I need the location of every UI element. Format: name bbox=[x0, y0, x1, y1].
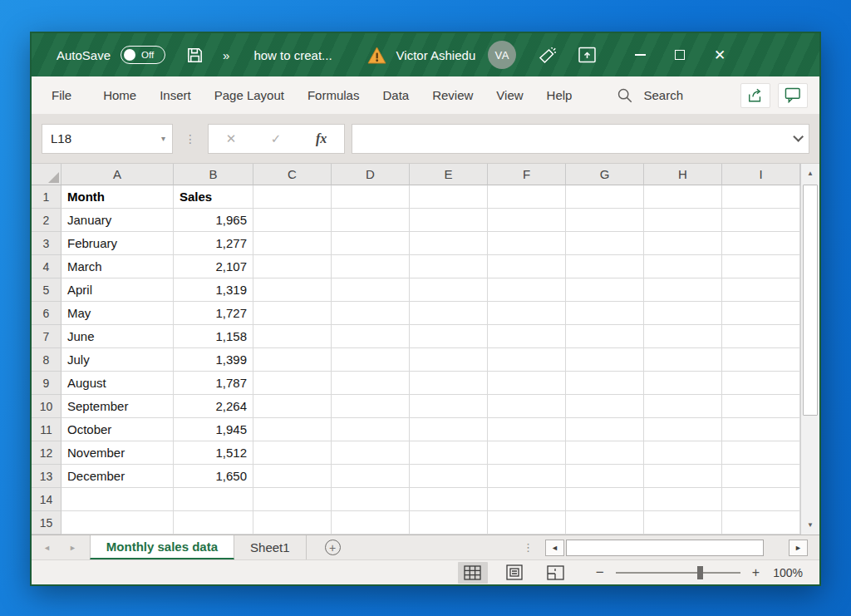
cell-H13[interactable] bbox=[644, 465, 722, 488]
cell-G4[interactable] bbox=[566, 255, 644, 278]
cell-B10[interactable]: 2,264 bbox=[174, 395, 253, 418]
cell-B3[interactable]: 1,277 bbox=[174, 232, 253, 255]
cell-D7[interactable] bbox=[332, 325, 410, 348]
cell-D5[interactable] bbox=[332, 278, 410, 302]
cell-F6[interactable] bbox=[488, 302, 566, 325]
column-header-I[interactable]: I bbox=[722, 164, 800, 185]
row-header-9[interactable]: 9 bbox=[32, 372, 61, 395]
insert-function-icon[interactable]: fx bbox=[316, 131, 327, 146]
cell-A14[interactable] bbox=[61, 488, 174, 511]
ribbon-tab-file[interactable]: File bbox=[52, 88, 91, 102]
cell-B6[interactable]: 1,727 bbox=[174, 302, 253, 325]
row-header-8[interactable]: 8 bbox=[32, 348, 61, 372]
cell-E1[interactable] bbox=[410, 185, 488, 209]
page-break-preview-button[interactable] bbox=[541, 562, 571, 584]
feedback-icon[interactable] bbox=[538, 45, 558, 65]
row-header-7[interactable]: 7 bbox=[32, 325, 61, 348]
cell-F9[interactable] bbox=[488, 372, 566, 395]
cell-H8[interactable] bbox=[644, 348, 722, 372]
cell-E10[interactable] bbox=[410, 395, 488, 418]
cell-I7[interactable] bbox=[722, 325, 800, 348]
zoom-slider[interactable] bbox=[616, 572, 740, 574]
sheet-nav-right-icon[interactable]: ► bbox=[69, 544, 76, 552]
name-box-caret-icon[interactable]: ▾ bbox=[155, 134, 172, 143]
column-header-F[interactable]: F bbox=[488, 164, 566, 185]
cell-D13[interactable] bbox=[332, 465, 410, 488]
formula-input[interactable] bbox=[352, 124, 809, 154]
cell-C6[interactable] bbox=[253, 302, 332, 325]
cell-E13[interactable] bbox=[410, 465, 488, 488]
cell-I5[interactable] bbox=[722, 278, 800, 302]
row-header-11[interactable]: 11 bbox=[32, 418, 61, 441]
horizontal-scrollbar[interactable]: ◄ ► bbox=[545, 540, 808, 556]
cell-H14[interactable] bbox=[644, 488, 722, 511]
cell-E14[interactable] bbox=[410, 488, 488, 511]
cell-A12[interactable]: November bbox=[61, 441, 174, 465]
cell-C2[interactable] bbox=[253, 209, 332, 232]
expand-formula-bar-icon[interactable] bbox=[793, 131, 804, 142]
cell-I12[interactable] bbox=[722, 441, 800, 465]
cell-H3[interactable] bbox=[644, 232, 722, 255]
cell-E3[interactable] bbox=[410, 232, 488, 255]
cell-F11[interactable] bbox=[488, 418, 566, 441]
cell-I14[interactable] bbox=[722, 488, 800, 511]
cell-C10[interactable] bbox=[253, 395, 332, 418]
maximize-button[interactable] bbox=[660, 33, 700, 76]
ribbon-tab-formulas[interactable]: Formulas bbox=[296, 88, 371, 102]
cell-B13[interactable]: 1,650 bbox=[174, 465, 253, 488]
cell-A15[interactable] bbox=[61, 511, 174, 535]
row-header-1[interactable]: 1 bbox=[32, 185, 61, 209]
cell-E4[interactable] bbox=[410, 255, 488, 278]
cell-C12[interactable] bbox=[253, 441, 332, 465]
vertical-scrollbar-thumb[interactable] bbox=[803, 185, 818, 416]
page-layout-view-button[interactable] bbox=[499, 562, 529, 584]
cell-A5[interactable]: April bbox=[61, 278, 174, 302]
cell-B7[interactable]: 1,158 bbox=[174, 325, 253, 348]
ribbon-tab-insert[interactable]: Insert bbox=[148, 88, 203, 102]
column-header-C[interactable]: C bbox=[253, 164, 332, 185]
cell-D2[interactable] bbox=[332, 209, 410, 232]
cell-D6[interactable] bbox=[332, 302, 410, 325]
cell-I9[interactable] bbox=[722, 372, 800, 395]
comments-button[interactable] bbox=[778, 83, 808, 108]
cell-B15[interactable] bbox=[174, 511, 253, 535]
cell-G5[interactable] bbox=[566, 278, 644, 302]
cell-A1[interactable]: Month bbox=[61, 185, 174, 209]
cell-G3[interactable] bbox=[566, 232, 644, 255]
cell-C4[interactable] bbox=[253, 255, 332, 278]
column-header-A[interactable]: A bbox=[61, 164, 174, 185]
cell-E9[interactable] bbox=[410, 372, 488, 395]
cell-B2[interactable]: 1,965 bbox=[174, 209, 253, 232]
save-icon[interactable] bbox=[185, 46, 204, 65]
row-header-12[interactable]: 12 bbox=[32, 441, 61, 465]
cell-I15[interactable] bbox=[722, 511, 800, 535]
cell-H6[interactable] bbox=[644, 302, 722, 325]
cell-C15[interactable] bbox=[253, 511, 332, 535]
cell-D1[interactable] bbox=[332, 185, 410, 209]
cell-G9[interactable] bbox=[566, 372, 644, 395]
cell-F15[interactable] bbox=[488, 511, 566, 535]
scroll-up-icon[interactable]: ▲ bbox=[801, 164, 819, 183]
cell-C7[interactable] bbox=[253, 325, 332, 348]
cell-B12[interactable]: 1,512 bbox=[174, 441, 253, 465]
cell-C11[interactable] bbox=[253, 418, 332, 441]
cell-I1[interactable] bbox=[722, 185, 800, 209]
share-button[interactable] bbox=[740, 83, 770, 108]
sheet-nav-left-icon[interactable]: ◄ bbox=[43, 544, 51, 552]
horizontal-scrollbar-thumb[interactable] bbox=[566, 540, 764, 556]
cell-D10[interactable] bbox=[332, 395, 410, 418]
name-box[interactable]: L18 ▾ bbox=[42, 124, 173, 154]
cell-E7[interactable] bbox=[410, 325, 488, 348]
enter-icon[interactable]: ✓ bbox=[271, 131, 282, 146]
cell-E11[interactable] bbox=[410, 418, 488, 441]
row-header-14[interactable]: 14 bbox=[32, 488, 61, 511]
cell-I6[interactable] bbox=[722, 302, 800, 325]
cell-C13[interactable] bbox=[253, 465, 332, 488]
cell-C9[interactable] bbox=[253, 372, 332, 395]
cell-H15[interactable] bbox=[644, 511, 722, 535]
cell-C5[interactable] bbox=[253, 278, 332, 302]
normal-view-button[interactable] bbox=[458, 562, 488, 584]
cell-F14[interactable] bbox=[488, 488, 566, 511]
cell-H12[interactable] bbox=[644, 441, 722, 465]
cell-E12[interactable] bbox=[410, 441, 488, 465]
